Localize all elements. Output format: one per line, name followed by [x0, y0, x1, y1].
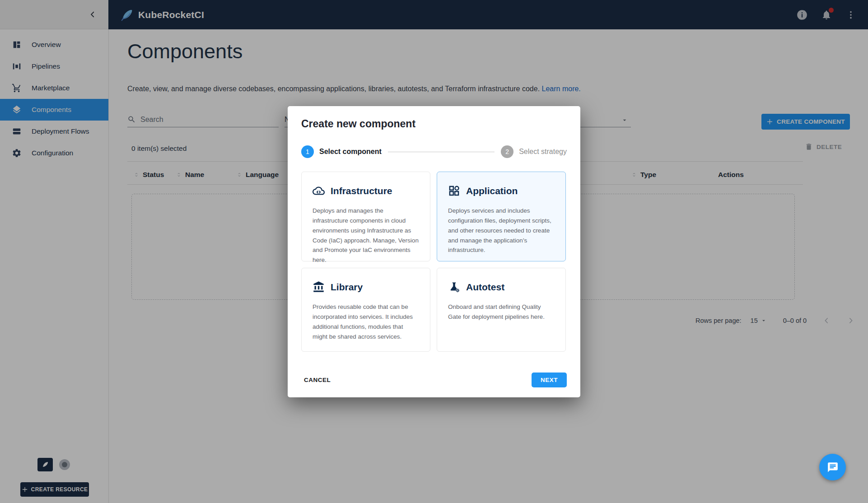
card-description: Deploys and manages the infrastructure c… — [313, 206, 419, 265]
dialog-footer: CANCEL NEXT — [301, 373, 567, 387]
card-description: Provides reusable code that can be incor… — [313, 302, 419, 341]
card-title: Library — [331, 282, 363, 293]
bank-icon — [313, 281, 325, 293]
card-header: Library — [313, 281, 419, 293]
app-window: Overview Pipelines Marketplace Component… — [0, 0, 868, 503]
card-library[interactable]: Library Provides reusable code that can … — [301, 268, 430, 352]
stepper: 1 Select component 2 Select strategy — [301, 145, 567, 158]
card-description: Deploys services and includes configurat… — [448, 206, 555, 255]
card-header: Infrastructure — [313, 185, 419, 197]
card-header: Application — [448, 185, 555, 197]
card-title: Autotest — [466, 282, 504, 293]
dialog-title: Create new component — [301, 118, 567, 130]
cancel-button[interactable]: CANCEL — [301, 373, 333, 387]
card-infrastructure[interactable]: Infrastructure Deploys and manages the i… — [301, 172, 430, 261]
component-type-cards: Infrastructure Deploys and manages the i… — [301, 172, 567, 352]
step-2-label: Select strategy — [519, 148, 567, 156]
card-title: Infrastructure — [331, 186, 392, 196]
chat-icon — [827, 461, 839, 473]
card-autotest[interactable]: Autotest Onboard and start defining Qual… — [437, 268, 566, 352]
flask-gear-icon — [448, 281, 460, 293]
step-2-circle: 2 — [501, 145, 513, 158]
app-grid-icon — [448, 185, 460, 197]
step-1-circle: 1 — [301, 145, 314, 158]
stepper-connector — [388, 152, 495, 152]
card-title: Application — [466, 186, 518, 196]
next-button[interactable]: NEXT — [532, 373, 567, 387]
step-1-label: Select component — [319, 148, 382, 156]
cloud-code-icon — [313, 185, 325, 197]
card-description: Onboard and start defining Quality Gate … — [448, 302, 555, 322]
card-header: Autotest — [448, 281, 555, 293]
card-application[interactable]: Application Deploys services and include… — [437, 172, 566, 261]
create-component-dialog: Create new component 1 Select component … — [288, 106, 580, 397]
chat-fab-button[interactable] — [819, 454, 846, 480]
